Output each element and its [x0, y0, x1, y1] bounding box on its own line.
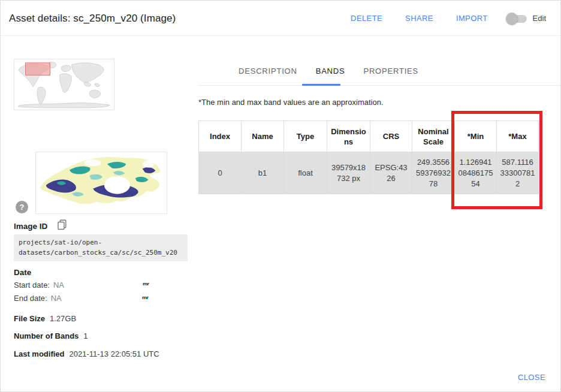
cell-max: 587.1116333007812 [497, 152, 539, 194]
end-date-row: End date:NA [14, 294, 62, 303]
start-date-picker-icon[interactable]: mr [143, 281, 149, 287]
end-date-label: End date: [14, 294, 47, 303]
bands-table: Index Name Type Dimensions CRS Nominal S… [198, 120, 539, 194]
asset-footprint-highlight [26, 63, 50, 76]
last-modified-value: 2021-11-13 22:05:51 UTC [70, 349, 159, 358]
band-preview-image [35, 152, 167, 214]
table-header-row: Index Name Type Dimensions CRS Nominal S… [199, 121, 539, 152]
col-header-nominal-scale: Nominal Scale [412, 121, 455, 152]
last-modified-row: Last modified2021-11-13 22:05:51 UTC [14, 349, 159, 358]
col-header-min: *Min [455, 121, 497, 152]
page-title: Asset details: sc_250m_v20 (Image) [9, 13, 176, 25]
image-id-value: projects/sat-io/open-datasets/carbon_sto… [14, 234, 188, 261]
end-date-picker-icon[interactable]: mr [142, 295, 149, 300]
cell-index: 0 [199, 152, 242, 194]
cell-min: 1.1269410848617554 [455, 152, 497, 194]
start-date-label: Start date: [14, 281, 50, 290]
file-size-label: File Size [14, 314, 45, 323]
edit-toggle[interactable] [506, 13, 527, 25]
num-bands-value: 1 [83, 331, 88, 340]
end-date-value: NA [51, 294, 62, 303]
help-icon[interactable]: ? [16, 201, 28, 213]
col-header-max: *Max [497, 121, 539, 152]
start-date-row: Start date:NA [14, 281, 64, 290]
col-header-type: Type [284, 121, 327, 152]
edit-toggle-group: Edit [506, 13, 546, 25]
col-header-dimensions: Dimensions [327, 121, 370, 152]
active-tab-underline [302, 84, 340, 86]
close-button[interactable]: CLOSE [517, 370, 547, 384]
edit-toggle-label: Edit [533, 14, 546, 23]
num-bands-label: Number of Bands [14, 331, 79, 340]
last-modified-label: Last modified [14, 349, 65, 358]
cell-name: b1 [242, 152, 284, 194]
col-header-crs: CRS [370, 121, 412, 152]
table-row: 0 b1 float 39579x18732 px EPSG:4326 249.… [199, 152, 539, 194]
tab-bar: DESCRIPTION BANDS PROPERTIES [237, 63, 420, 85]
file-size-row: File Size1.27GB [14, 314, 76, 323]
start-date-value: NA [53, 281, 64, 290]
canada-raster-preview-icon [36, 152, 167, 213]
footprint-world-map [14, 59, 114, 110]
cell-dimensions: 39579x18732 px [327, 152, 370, 194]
tab-description[interactable]: DESCRIPTION [237, 63, 298, 85]
toggle-knob-icon [506, 13, 518, 25]
import-button[interactable]: IMPORT [455, 11, 489, 25]
world-map-icon [14, 59, 114, 110]
image-id-label: Image ID [14, 222, 47, 231]
tab-bands[interactable]: BANDS [315, 63, 346, 85]
asset-details-dialog: Asset details: sc_250m_v20 (Image) DELET… [0, 0, 561, 392]
date-section-label: Date [14, 268, 31, 277]
delete-button[interactable]: DELETE [349, 11, 384, 25]
cell-nominal-scale: 249.35565937693278 [412, 152, 455, 194]
approximation-note: *The min and max band values are an appr… [198, 98, 384, 107]
col-header-name: Name [242, 121, 284, 152]
copy-image-id-button[interactable] [56, 219, 68, 231]
copy-icon [58, 219, 67, 230]
header-actions: DELETE SHARE IMPORT Edit [349, 1, 546, 36]
share-button[interactable]: SHARE [404, 11, 435, 25]
file-size-value: 1.27GB [50, 314, 76, 323]
col-header-index: Index [199, 121, 242, 152]
num-bands-row: Number of Bands1 [14, 331, 88, 340]
cell-type: float [284, 152, 327, 194]
tab-divider [198, 85, 560, 86]
tab-properties[interactable]: PROPERTIES [362, 63, 420, 85]
cell-crs: EPSG:4326 [370, 152, 412, 194]
dialog-header: Asset details: sc_250m_v20 (Image) DELET… [1, 1, 560, 36]
